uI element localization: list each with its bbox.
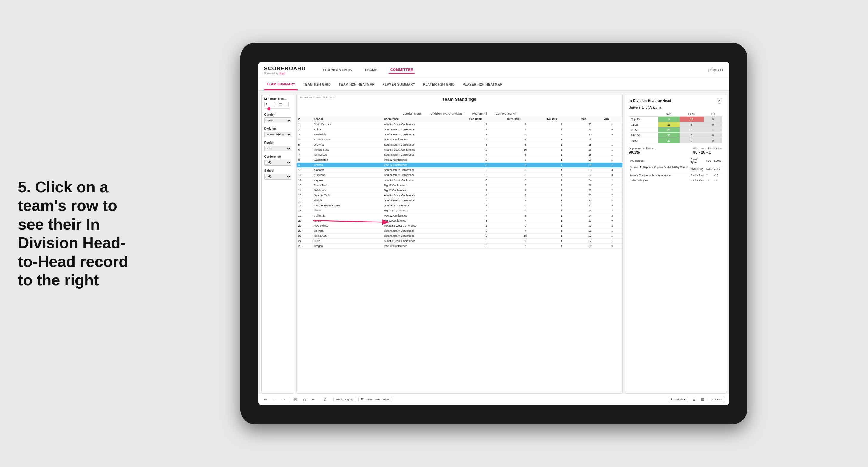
sign-out-button[interactable]: Sign out xyxy=(708,68,723,72)
tab-player-h2h-heatmap[interactable]: PLAYER H2H HEATMAP xyxy=(460,79,505,90)
table-row[interactable]: 12 Virginia Atlantic Coast Conference 3 … xyxy=(297,178,622,183)
cell-num: 18 xyxy=(297,208,312,213)
filter-gender-select[interactable]: Men's xyxy=(265,118,291,123)
tab-team-h2h-grid[interactable]: TEAM H2H GRID xyxy=(301,79,333,90)
table-row[interactable]: 16 Florida Southeastern Conference 7 9 1… xyxy=(297,198,622,203)
table-row[interactable]: 10 Alabama Southeastern Conference 5 8 1… xyxy=(297,167,622,173)
standings-title: Team Standings xyxy=(300,97,619,102)
grid-button[interactable]: ⊞ xyxy=(699,396,706,403)
save-custom-button[interactable]: 🖫 Save Custom View xyxy=(359,397,392,402)
tab-team-summary[interactable]: TEAM SUMMARY xyxy=(264,79,298,90)
filter-conference-select[interactable]: (All) xyxy=(265,160,291,165)
undo-button[interactable]: ↩ xyxy=(263,396,269,403)
table-row[interactable]: 11 Arkansas Southeastern Conference 6 8 … xyxy=(297,173,622,178)
tournament-row[interactable]: Jackson T. Stephens Cup Men's Match-Play… xyxy=(629,165,722,173)
tab-team-h2h-heatmap[interactable]: TEAM H2H HEATMAP xyxy=(336,79,377,90)
table-row[interactable]: 4 Arizona State Pac-12 Conference 4 6 1 … xyxy=(297,137,622,142)
paste-button[interactable]: ⎙ xyxy=(301,396,308,403)
tournament-row[interactable]: Arizona Thunderbirds Intercollegiate Str… xyxy=(629,173,722,178)
table-row[interactable]: 18 Illinois Big Ten Conference 1 9 1 23 … xyxy=(297,208,622,213)
monitor-button[interactable]: 🖥 xyxy=(690,396,697,403)
copy-button[interactable]: ⎘ xyxy=(292,396,299,403)
h2h-row-51-100[interactable]: 51-100 20 3 0 xyxy=(629,133,722,138)
table-row[interactable]: 1 North Carolina Atlantic Coast Conferen… xyxy=(297,122,622,127)
watch-icon: 👁 xyxy=(671,398,674,401)
cell-rnds: 27 xyxy=(578,127,602,132)
back-button[interactable]: ← xyxy=(272,396,278,403)
tab-player-h2h-grid[interactable]: PLAYER H2H GRID xyxy=(421,79,457,90)
table-row[interactable]: 2 Auburn Southeastern Conference 2 1 1 2… xyxy=(297,127,622,132)
table-row[interactable]: 20 Texas Big 12 Conference 3 7 1 20 0 xyxy=(297,218,622,223)
cell-win: 1 xyxy=(602,178,622,183)
filter-min-rounds-separator: - xyxy=(276,103,277,106)
table-row[interactable]: 8 Washington Pac-12 Conference 2 8 1 23 … xyxy=(297,157,622,162)
cell-conference: Southern Conference xyxy=(382,203,468,208)
h2h-loss-51-100: 3 xyxy=(680,133,704,138)
table-row[interactable]: 17 East Tennessee State Southern Confere… xyxy=(297,203,622,208)
table-row[interactable]: 5 Ole Miss Southeastern Conference 3 6 1… xyxy=(297,142,622,147)
h2h-row-26-50[interactable]: 26-50 25 2 1 xyxy=(629,127,722,133)
h2h-row-top10[interactable]: Top 10 3 13 0 xyxy=(629,117,722,122)
table-row[interactable]: 23 Texas A&M Southeastern Conference 9 1… xyxy=(297,234,622,239)
filter-min-rounds-input[interactable] xyxy=(265,102,275,107)
nav-tournaments[interactable]: TOURNAMENTS xyxy=(321,67,354,73)
cell-conference: Southeastern Conference xyxy=(382,228,468,234)
h2h-row-100plus[interactable]: >100 27 0 0 xyxy=(629,138,722,144)
tablet-screen: SCOREBOARD Powered by clppd TOURNAMENTS … xyxy=(258,62,730,405)
add-button[interactable]: + xyxy=(310,396,317,403)
table-row[interactable]: 15 Georgia Tech Atlantic Coast Conferenc… xyxy=(297,193,622,198)
nav-committee[interactable]: COMMITTEE xyxy=(389,66,415,74)
cell-reg-rank: 3 xyxy=(468,142,505,147)
table-row[interactable]: 21 New Mexico Mountain West Conference 1… xyxy=(297,223,622,228)
table-row[interactable]: 22 Georgia Southeastern Conference 8 7 1… xyxy=(297,228,622,234)
cell-conference: Atlantic Coast Conference xyxy=(382,122,468,127)
table-row[interactable]: 3 Vanderbilt Southeastern Conference 2 8… xyxy=(297,132,622,137)
watch-button[interactable]: 👁 Watch ▾ xyxy=(668,397,688,402)
table-row[interactable]: 14 Oklahoma Big 12 Conference 1 9 1 26 2 xyxy=(297,188,622,193)
cell-win: 2 xyxy=(602,162,622,167)
cell-school: Illinois xyxy=(312,208,382,213)
h2h-header-row: Win Loss Tie xyxy=(629,112,722,117)
h2h-row-11-25[interactable]: 11-25 11 8 0 xyxy=(629,122,722,127)
save-custom-icon: 🖫 xyxy=(361,398,364,401)
filter-gender-label: Gender xyxy=(265,113,291,116)
toolbar-sep-3 xyxy=(331,397,331,403)
cell-reg-rank: 2 xyxy=(468,157,505,162)
forward-button[interactable]: → xyxy=(281,396,287,403)
cell-win: 1 xyxy=(602,137,622,142)
col-conf-rank: Conf Rank xyxy=(505,116,546,122)
table-row[interactable]: 13 Texas Tech Big 12 Conference 1 9 1 27… xyxy=(297,183,622,188)
watch-label: Watch xyxy=(675,398,683,401)
cell-win: 3 xyxy=(602,203,622,208)
nav-teams[interactable]: TEAMS xyxy=(363,67,380,73)
filter-division-select[interactable]: NCAA Division I xyxy=(265,131,291,137)
filter-region-select[interactable]: N/A xyxy=(265,146,291,152)
cell-reg-rank: 9 xyxy=(468,234,505,239)
sub-nav: TEAM SUMMARY TEAM H2H GRID TEAM H2H HEAT… xyxy=(258,79,730,91)
toolbar-sep-1 xyxy=(289,397,290,403)
share-button[interactable]: ↗ Share xyxy=(708,397,724,402)
opponents-label: Opponents in division: xyxy=(629,147,655,150)
filter-school-select[interactable]: (All) xyxy=(265,174,291,180)
table-row[interactable]: 25 Oregon Pac-12 Conference 5 7 1 21 0 xyxy=(297,244,622,249)
view-original-button[interactable]: View: Original xyxy=(333,397,356,402)
tournament-row[interactable]: Cabo Collegiate Stroke Play 11 17 xyxy=(629,178,722,183)
cell-conf-rank: 9 xyxy=(505,198,546,203)
table-row[interactable]: 6 Florida State Atlantic Coast Conferenc… xyxy=(297,147,622,152)
tab-player-summary[interactable]: PLAYER SUMMARY xyxy=(380,79,417,90)
cell-num: 8 xyxy=(297,157,312,162)
table-row[interactable]: 9 Arizona Pac-12 Conference 3 8 1 23 2 xyxy=(297,162,622,167)
cell-win: 3 xyxy=(602,173,622,178)
cell-reg-rank: 3 xyxy=(468,162,505,167)
cell-conf-rank: 9 xyxy=(505,122,546,127)
cell-no-tour: 1 xyxy=(546,152,578,157)
table-row[interactable]: 7 Tennessee Southeastern Conference 4 6 … xyxy=(297,152,622,157)
h2h-close-button[interactable]: ✕ xyxy=(716,98,722,104)
clock-button[interactable]: ⏱ xyxy=(322,396,328,403)
table-row[interactable]: 24 Duke Atlantic Coast Conference 5 9 1 … xyxy=(297,239,622,244)
cell-no-tour: 1 xyxy=(546,142,578,147)
table-row[interactable]: 19 California Pac-12 Conference 4 8 1 24… xyxy=(297,213,622,218)
cell-win: 3 xyxy=(602,208,622,213)
filter-max-rounds-input[interactable] xyxy=(278,102,289,107)
cell-school: California xyxy=(312,213,382,218)
